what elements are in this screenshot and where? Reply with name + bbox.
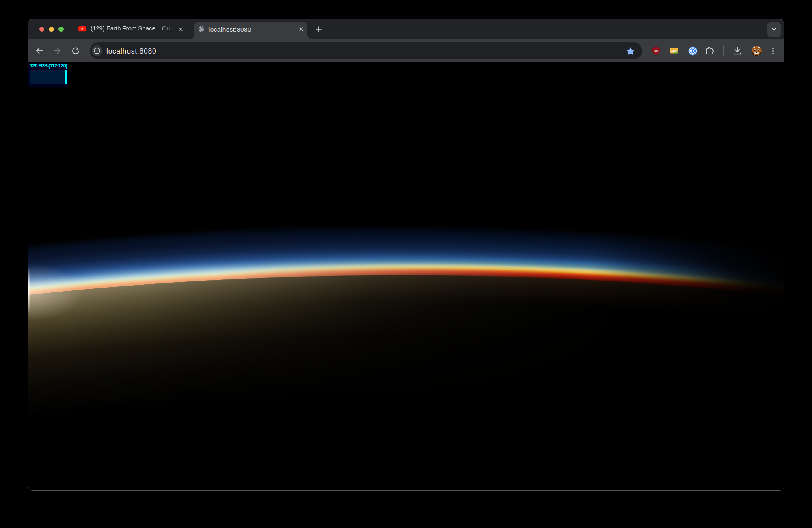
svg-text:UO: UO bbox=[654, 49, 658, 53]
